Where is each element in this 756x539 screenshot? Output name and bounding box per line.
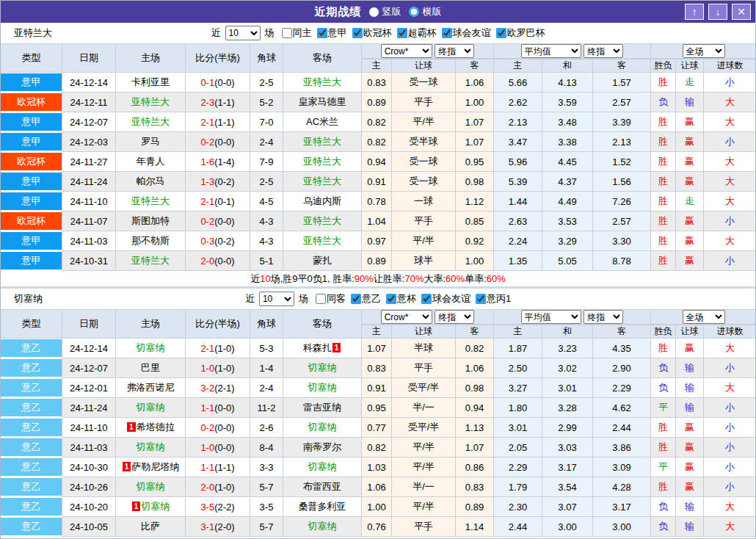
league-filter-checkbox[interactable] (351, 294, 361, 304)
result-handicap: 输 (676, 497, 704, 517)
corners: 3-5 (250, 497, 283, 517)
league-filter-checkbox[interactable] (442, 28, 452, 38)
avg-draw: 4.37 (542, 172, 593, 192)
result-handicap: 输 (676, 358, 704, 378)
league-filter-checkbox[interactable] (317, 28, 327, 38)
home-team: 比萨 (116, 517, 186, 537)
recent-count-select[interactable]: 10 (259, 292, 294, 306)
col-type: 类型 (1, 309, 62, 339)
league-filter-checkbox[interactable] (386, 294, 396, 304)
radio-vertical-icon[interactable] (369, 7, 379, 17)
layout-option-horizontal[interactable]: 横版 (409, 5, 442, 18)
odds-handicap: 球半 (392, 251, 456, 271)
odds-time-select[interactable]: 终指 (435, 310, 474, 324)
score-cell: 2-1(0-1) (186, 192, 250, 211)
col-away: 客场 (283, 309, 362, 339)
odds-handicap: 受平/半 (392, 378, 456, 398)
league-filter-checkbox[interactable] (397, 28, 407, 38)
score-cell: 0-2(0-0) (186, 418, 250, 438)
avg-home: 3.47 (494, 132, 542, 152)
away-team: 亚特兰大 (283, 172, 362, 192)
home-team: 1切塞纳 (116, 497, 186, 517)
halftime-score: (2-2) (214, 502, 234, 513)
odds-source-select[interactable]: Crow* (381, 310, 432, 324)
avg-home: 1.80 (494, 398, 542, 418)
league-badge: 意乙 (1, 498, 62, 516)
league-badge: 意甲 (1, 192, 62, 210)
odds-away: 0.95 (456, 152, 494, 172)
away-team: 桑普多利亚 (283, 497, 362, 517)
league-filter-checkbox[interactable] (421, 294, 432, 304)
col-result-goals: 进球数 (704, 325, 756, 339)
team-name: 切塞纳 (141, 501, 170, 512)
avg-source-select[interactable]: 平均值 (521, 310, 581, 324)
scope-select[interactable]: 全场 (683, 310, 725, 324)
match-row: 意乙24-10-26切塞纳2-0(1-0)5-7布雷西亚1.06半/一0.831… (1, 477, 756, 497)
avg-source-select[interactable]: 平均值 (521, 44, 581, 58)
same-venue-checkbox[interactable] (316, 294, 326, 304)
team-name: 弗洛西诺尼 (127, 382, 175, 393)
odds-source-select[interactable]: Crow* (381, 44, 432, 58)
avg-home: 3.27 (494, 378, 542, 398)
same-venue-label: 同客 (327, 292, 346, 305)
result-goals: 小 (704, 251, 756, 271)
scope-select[interactable]: 全场 (683, 44, 725, 58)
team-name: 巴里 (141, 362, 160, 373)
league-filter-label: 欧罗巴杯 (507, 26, 545, 40)
home-team: 切塞纳 (116, 438, 186, 457)
fulltime-score: 0-3 (200, 236, 214, 247)
match-date: 24-10-31 (62, 251, 116, 271)
summary-part: 大率: (424, 272, 446, 286)
result-goals: 大 (704, 192, 756, 211)
result-wdl: 胜 (651, 132, 676, 152)
result-goals: 小 (704, 358, 756, 378)
league-filter-checkbox[interactable] (476, 294, 486, 304)
move-up-button[interactable]: ↑ (685, 4, 704, 20)
odds-time-select[interactable]: 终指 (435, 44, 474, 58)
same-venue-checkbox[interactable] (282, 28, 292, 38)
league-cell: 意甲 (1, 251, 62, 271)
move-down-button[interactable]: ↓ (708, 4, 727, 20)
col-avg-away: 客 (593, 59, 651, 73)
odds-handicap: 半/一 (392, 477, 456, 497)
summary-part: 让胜率: (374, 272, 405, 286)
odds-away: 1.07 (456, 112, 494, 132)
fulltime-score: 0-1 (200, 77, 214, 88)
odds-home: 1.07 (362, 339, 392, 358)
league-filter-checkbox[interactable] (352, 28, 363, 38)
league-filter-label: 欧冠杯 (363, 26, 392, 40)
filter-controls: 近 10 场 同主意甲欧冠杯超霸杯球会友谊欧罗巴杯 (211, 26, 545, 40)
team-name: 比萨 (141, 521, 160, 532)
score-cell: 2-1(1-1) (186, 112, 250, 132)
col-score: 比分(半场) (186, 43, 250, 73)
league-filter-checkbox[interactable] (496, 28, 506, 38)
avg-away: 1.56 (593, 172, 651, 192)
radio-horizontal-icon[interactable] (409, 7, 419, 17)
avg-time-select[interactable]: 终指 (584, 310, 623, 324)
halftime-score: (0-0) (214, 442, 234, 453)
halftime-score: (0-0) (214, 256, 234, 267)
team-name: 亚特兰大 (303, 235, 341, 246)
league-filter-label: 意丙1 (487, 292, 511, 305)
corners: 4-3 (250, 231, 283, 251)
away-team: 科森扎1 (283, 339, 362, 358)
fulltime-score: 0-2 (200, 216, 214, 227)
fulltime-score: 1-0 (200, 442, 214, 453)
col-score: 比分(半场) (186, 309, 250, 339)
halftime-score: (0-0) (214, 77, 234, 88)
odds-handicap: 平/半 (392, 231, 456, 251)
league-filter-label: 意乙 (362, 292, 381, 305)
result-handicap: 赢 (676, 438, 704, 457)
league-badge: 意乙 (1, 458, 62, 476)
league-cell: 欧冠杯 (1, 152, 62, 172)
layout-option-vertical[interactable]: 竖版 (369, 5, 401, 18)
filter-controls: 近 10 场 同客意乙意杯球会友谊意丙1 (245, 292, 511, 306)
avg-away: 3.86 (593, 438, 651, 457)
match-date: 24-11-07 (62, 211, 116, 231)
close-button[interactable]: ✕ (732, 4, 751, 20)
away-team: 切塞纳 (283, 378, 362, 398)
result-wdl: 胜 (651, 438, 676, 457)
recent-count-select[interactable]: 10 (225, 26, 261, 40)
odds-home: 0.95 (362, 398, 392, 418)
avg-time-select[interactable]: 终指 (584, 44, 623, 58)
